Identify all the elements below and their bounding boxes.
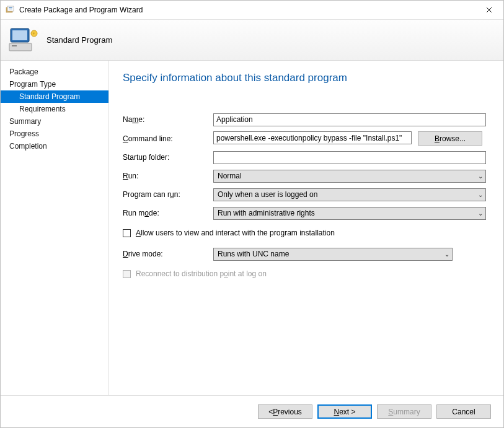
drive-mode-label: Drive mode: xyxy=(123,250,213,258)
command-line-input[interactable] xyxy=(213,131,412,144)
nav-summary[interactable]: Summary xyxy=(1,115,108,128)
allow-users-checkbox[interactable] xyxy=(123,229,131,237)
nav-requirements[interactable]: Requirements xyxy=(1,103,108,115)
drive-mode-select[interactable]: Runs with UNC name ⌄ xyxy=(213,248,453,261)
run-select[interactable]: Normal ⌄ xyxy=(213,170,486,183)
svg-rect-3 xyxy=(9,9,12,9)
banner: Standard Program xyxy=(1,20,503,61)
reconnect-label: Reconnect to distribution point at log o… xyxy=(136,269,267,278)
allow-users-row: Allow users to view and interact with th… xyxy=(123,229,486,237)
content: Specify information about this standard … xyxy=(109,61,503,395)
program-can-run-select[interactable]: Only when a user is logged on ⌄ xyxy=(213,188,486,201)
reconnect-checkbox xyxy=(123,270,131,278)
svg-rect-2 xyxy=(9,7,12,8)
program-can-run-label: Program can run: xyxy=(123,190,213,199)
nav-program-type[interactable]: Program Type xyxy=(1,78,108,90)
wizard-window: Create Package and Program Wizard Standa… xyxy=(0,0,504,428)
run-mode-select[interactable]: Run with administrative rights ⌄ xyxy=(213,207,486,220)
chevron-down-icon: ⌄ xyxy=(444,251,449,258)
run-label: Run: xyxy=(123,172,213,180)
name-label: Name: xyxy=(123,115,213,124)
page-title: Specify information about this standard … xyxy=(123,72,486,84)
nav-progress[interactable]: Progress xyxy=(1,128,108,140)
startup-folder-label: Startup folder: xyxy=(123,153,213,162)
chevron-down-icon: ⌄ xyxy=(478,173,483,180)
svg-rect-6 xyxy=(9,43,32,51)
startup-folder-input[interactable] xyxy=(213,151,486,164)
chevron-down-icon: ⌄ xyxy=(478,191,483,198)
previous-button[interactable]: < Previous xyxy=(258,404,312,419)
footer: < Previous Next > Summary Cancel xyxy=(1,395,503,427)
computer-icon xyxy=(8,27,38,53)
body: Package Program Type Standard Program Re… xyxy=(1,61,503,395)
nav-completion[interactable]: Completion xyxy=(1,140,108,152)
nav-package[interactable]: Package xyxy=(1,66,108,78)
chevron-down-icon: ⌄ xyxy=(478,210,483,217)
svg-rect-7 xyxy=(12,45,17,46)
svg-rect-5 xyxy=(12,30,27,40)
command-line-label: Command line: xyxy=(123,134,213,143)
window-title: Create Package and Program Wizard xyxy=(19,6,475,14)
cancel-button[interactable]: Cancel xyxy=(436,404,491,419)
close-button[interactable] xyxy=(475,1,503,20)
run-mode-label: Run mode: xyxy=(123,209,213,217)
titlebar: Create Package and Program Wizard xyxy=(1,1,503,20)
name-input[interactable] xyxy=(213,113,486,126)
summary-button: Summary xyxy=(377,404,431,419)
nav-standard-program[interactable]: Standard Program xyxy=(1,90,108,103)
form: Name: Command line: Browse... Startup fo… xyxy=(123,113,486,288)
banner-title: Standard Program xyxy=(46,35,112,45)
reconnect-row: Reconnect to distribution point at log o… xyxy=(123,269,486,278)
allow-users-label: Allow users to view and interact with th… xyxy=(136,229,335,237)
next-button[interactable]: Next > xyxy=(317,404,372,419)
sidebar: Package Program Type Standard Program Re… xyxy=(1,61,109,395)
browse-button[interactable]: Browse... xyxy=(418,131,482,146)
app-icon xyxy=(6,5,15,15)
